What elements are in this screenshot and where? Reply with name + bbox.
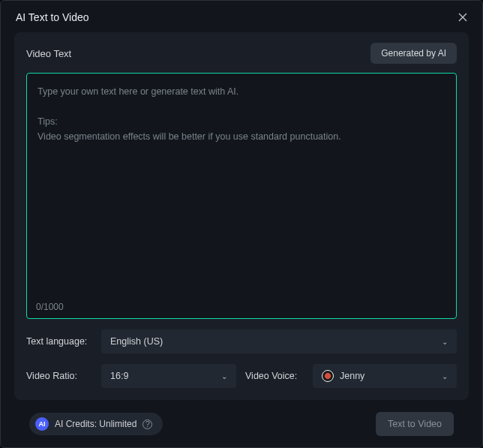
voice-label: Video Voice: (245, 371, 304, 381)
window: AI Text to Video Video Text Generated by… (0, 0, 483, 448)
ratio-select[interactable]: 16:9 ⌄ (101, 364, 236, 388)
content: Video Text Generated by AI 0/1000 Text l… (1, 32, 482, 448)
help-icon[interactable]: ? (142, 419, 152, 429)
voice-select[interactable]: Jenny ⌄ (313, 364, 457, 388)
credits-badge: AI AI Credits: Unlimited ? (29, 413, 163, 435)
language-value: English (US) (110, 336, 163, 347)
footer: AI AI Credits: Unlimited ? Text to Video (14, 400, 469, 442)
char-counter: 0/1000 (27, 297, 456, 318)
voice-value: Jenny (340, 371, 364, 381)
window-title: AI Text to Video (16, 11, 89, 23)
panel-label: Video Text (26, 48, 71, 59)
ratio-value: 16:9 (110, 371, 128, 381)
panel-header: Video Text Generated by AI (26, 43, 457, 64)
titlebar: AI Text to Video (1, 1, 482, 32)
language-row: Text language: English (US) ⌄ (26, 329, 457, 353)
ratio-voice-row: Video Ratio: 16:9 ⌄ Video Voice: Jenny ⌄ (26, 364, 457, 388)
language-label: Text language: (26, 336, 92, 347)
close-icon[interactable] (455, 10, 470, 25)
chevron-down-icon: ⌄ (221, 372, 227, 380)
voice-inner: Jenny (322, 370, 364, 382)
chevron-down-icon: ⌄ (442, 372, 448, 380)
video-text-input[interactable] (27, 74, 456, 297)
language-select[interactable]: English (US) ⌄ (101, 329, 457, 353)
text-to-video-button[interactable]: Text to Video (376, 412, 454, 436)
chevron-down-icon: ⌄ (442, 338, 448, 346)
ai-chip-icon: AI (35, 417, 49, 431)
ratio-label: Video Ratio: (26, 371, 92, 381)
video-text-panel: Video Text Generated by AI 0/1000 Text l… (14, 32, 469, 400)
voice-avatar-icon (322, 370, 334, 382)
textarea-container: 0/1000 (26, 73, 457, 319)
generate-ai-button[interactable]: Generated by AI (370, 43, 457, 64)
credits-text: AI Credits: Unlimited (55, 419, 136, 429)
